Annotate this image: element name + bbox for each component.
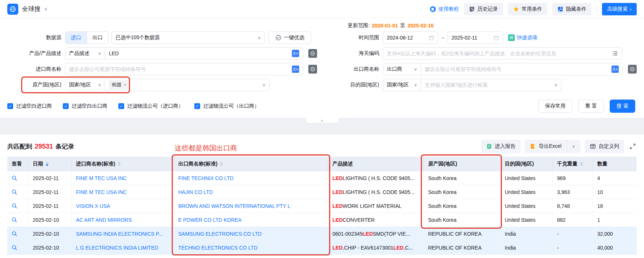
view-magnifier-icon[interactable] <box>12 189 18 195</box>
origin-cell: REPUBLIC OF KOREA <box>424 227 500 240</box>
sort-control[interactable] <box>580 162 583 166</box>
exporter-type-select[interactable]: 出口商 ∨ <box>383 63 421 75</box>
col-header-destination[interactable]: 目的国(地区) <box>500 157 553 171</box>
exclude-filter-icon[interactable] <box>308 65 317 74</box>
checkbox-label: 过滤空白出口商 <box>72 103 107 109</box>
col-header-product[interactable]: 产品描述 <box>328 157 424 171</box>
importer-link[interactable]: L G ELECTRONICS INDIA LIMITED <box>76 245 158 251</box>
list-icon[interactable] <box>612 51 618 56</box>
product-input-box: 文A <box>105 47 303 60</box>
importer-name-input[interactable] <box>69 66 292 72</box>
destination-cell: United States <box>500 213 553 227</box>
end-date-input[interactable]: 2025-02-11 <box>447 31 503 44</box>
col-header-date[interactable]: 日期 <box>28 157 72 171</box>
app-name: 全球搜 <box>22 5 41 13</box>
view-magnifier-icon[interactable] <box>12 231 18 237</box>
origin-value-box[interactable]: 韩国 × ∨ <box>105 79 270 91</box>
check-circle-icon <box>275 35 281 41</box>
reset-button[interactable]: 重 置 <box>578 100 604 113</box>
sort-control[interactable] <box>46 162 49 166</box>
destination-type-select[interactable]: 国家/地区 ∨ <box>383 79 421 91</box>
quantity-cell: 4 <box>593 171 637 185</box>
custom-columns-button[interactable]: 自定义列 <box>585 140 624 153</box>
results-panel: 共匹配到 29531 条记录 进入报告 导出Excel ∨ 自定义列 <box>0 135 644 258</box>
col-header-qty[interactable]: 数量 <box>593 157 637 171</box>
view-magnifier-icon[interactable] <box>12 175 18 181</box>
collapse-panel-tab[interactable]: ∨ <box>305 118 339 123</box>
product-description-input[interactable] <box>109 51 292 56</box>
product-text: 0601-002345 <box>332 231 363 237</box>
exporter-name-input[interactable] <box>425 66 611 72</box>
hide-conditions-button[interactable]: 隐藏条件 <box>552 3 591 15</box>
favorite-conditions-button[interactable]: 常用条件 <box>508 3 547 15</box>
filter-checkbox[interactable]: ✓过滤空白进口商 <box>7 103 52 109</box>
exclude-filter-icon[interactable] <box>628 65 637 74</box>
exporter-input-box: 文A <box>421 63 623 75</box>
importer-link[interactable]: FINE M TEC USA INC <box>76 189 127 195</box>
exclude-filter-icon[interactable] <box>308 49 317 58</box>
filter-checkbox[interactable]: ✓过滤物流公司（出口商） <box>194 103 259 109</box>
destination-input-box[interactable]: ∨ <box>421 79 561 91</box>
weight-cell: 3,963 <box>553 185 593 199</box>
product-type-select[interactable]: 产品描述 ∨ <box>65 47 105 60</box>
importer-link[interactable]: SAMSUNG INDIA ELECTRONICS P... <box>76 231 163 237</box>
table-row: 2025-02-11VISION X USABROWN AND WATSON I… <box>7 199 637 213</box>
search-button[interactable]: 搜 索 <box>610 100 635 113</box>
exporter-link[interactable]: HAJIN CO LTD <box>178 189 213 195</box>
data-source-select[interactable]: 已选中105个数据源 ∨ <box>111 31 265 44</box>
fullscreen-expand-icon[interactable] <box>629 143 637 150</box>
tab-export[interactable]: 出口 <box>87 32 108 44</box>
exporter-link[interactable]: TECHNO ELECTRONICS CO LTD <box>178 245 258 251</box>
app-switcher[interactable]: 全球搜 ∨ <box>7 4 47 15</box>
importer-row: 进口商名称 文A <box>7 63 317 75</box>
sort-control[interactable] <box>220 162 223 166</box>
col-header-exporter[interactable]: 出口商名称(标准) <box>174 157 328 171</box>
importer-link[interactable]: VISION X USA <box>76 203 110 209</box>
destination-country-input[interactable] <box>425 82 554 88</box>
one-click-optimize-button[interactable]: 一键优选 <box>268 31 311 44</box>
importer-link[interactable]: AC ART AND MIRRORS <box>76 217 132 223</box>
export-excel-group: 导出Excel ∨ <box>525 140 580 153</box>
product-label: 产品/产品描述 <box>7 50 65 57</box>
advanced-search-button[interactable]: 高级搜索 › <box>602 3 637 15</box>
col-header-label: 产品描述 <box>332 161 353 167</box>
exporter-link[interactable]: SAMSUNG ELECTRONICS CO LTD <box>178 231 262 237</box>
export-options-caret[interactable]: ∨ <box>567 140 580 153</box>
col-header-importer[interactable]: 进口商名称(标准) <box>72 157 174 171</box>
chevron-down-icon[interactable]: ∨ <box>44 7 47 11</box>
tab-import[interactable]: 进口 <box>65 32 87 44</box>
exporter-link[interactable]: E POWER CO LTD KOREA <box>178 217 241 223</box>
start-date-input[interactable]: 2024-08-12 <box>383 31 438 44</box>
translate-icon[interactable]: 文A <box>292 50 299 57</box>
time-range-label: 时间范围 <box>317 34 383 41</box>
importer-link[interactable]: FINE M TEC USA INC <box>76 175 127 181</box>
filter-checkbox[interactable]: ✓过滤空白出口商 <box>63 103 107 109</box>
filter-checkbox[interactable]: ✓过滤物流公司（进口商） <box>118 103 183 109</box>
view-magnifier-icon[interactable] <box>12 245 18 251</box>
view-magnifier-icon[interactable] <box>12 203 18 209</box>
translate-icon[interactable]: 文A <box>611 66 619 73</box>
hs-code-input[interactable] <box>387 51 612 56</box>
export-excel-button[interactable]: 导出Excel <box>525 140 567 153</box>
importer-cell: SAMSUNG INDIA ELECTRONICS P... <box>72 227 174 240</box>
tag-close-icon[interactable]: × <box>124 82 126 87</box>
exporter-link[interactable]: FINE TECHNIX CO LTD <box>178 175 233 181</box>
col-header-origin[interactable]: 原产国(地区) <box>424 157 500 171</box>
origin-type-select[interactable]: 国家/地区 ∨ <box>65 79 105 91</box>
col-header-view[interactable]: 查看 <box>7 157 28 171</box>
view-magnifier-icon[interactable] <box>12 217 18 223</box>
enter-report-button[interactable]: 进入报告 <box>481 140 521 153</box>
history-button[interactable]: 历史记录 <box>464 3 503 15</box>
quick-options-link[interactable]: ⌘ 快捷选项 <box>508 34 537 41</box>
col-header-label: 目的国(地区) <box>505 161 534 167</box>
destination-country-row: 目的国(地区) 国家/地区 ∨ ∨ <box>317 79 637 91</box>
save-favorite-button[interactable]: 保存常用 <box>538 100 572 113</box>
product-text: ,C... <box>404 245 413 251</box>
exporter-label: 出口商名称 <box>317 66 383 72</box>
exporter-link[interactable]: BROWN AND WATSON INTERNATIONAL PTY L <box>178 203 290 209</box>
sort-control[interactable] <box>118 162 121 166</box>
translate-icon[interactable]: 文A <box>292 66 299 73</box>
destination-cell: India <box>500 241 553 254</box>
col-header-weight[interactable]: 千克重量 <box>553 157 593 171</box>
tutorial-link[interactable]: 使用教程 <box>430 6 459 12</box>
